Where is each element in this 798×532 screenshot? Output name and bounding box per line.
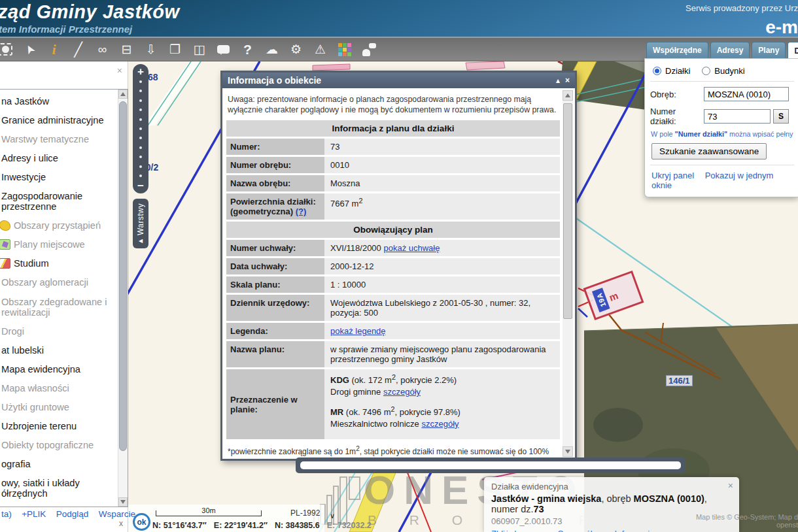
search-panel-body: Działki Budynki Obręb: MOSZNA (0010) Num… [644,58,798,197]
cursor-icon[interactable]: ➤ [18,40,42,59]
show-resolution-link[interactable]: pokaż uchwałę [383,243,440,253]
select-region-icon[interactable] [0,40,18,59]
feedback-icon[interactable] [356,40,381,59]
tab-plany[interactable]: Plany [752,42,786,58]
layer-item[interactable]: Obszary przystąpień [1,220,117,231]
site-title: ząd Gminy Jastków [0,1,180,23]
layer-item[interactable]: Mapa własności [1,383,117,393]
zoom-in-button[interactable]: + [137,66,144,77]
plik-link[interactable]: +PLIK [22,509,46,519]
horizontal-scrollbar[interactable] [296,457,685,473]
download-icon[interactable]: ⇩ [139,40,163,59]
layer-item[interactable]: Warstwy tematyczne [1,134,117,144]
layer-item[interactable]: Drogi [1,326,117,337]
details-link[interactable]: szczegóły [421,419,459,429]
print-icon[interactable]: ⊟ [114,40,139,59]
palette-icon[interactable] [332,40,356,59]
radio-budynki[interactable] [702,67,710,75]
tab-dzialki[interactable]: Działki [788,42,798,58]
layer-icon [0,239,10,250]
table-row: Powierzchnia działki: (geometryczna) (?)… [226,193,560,220]
tab-adresy[interactable]: Adresy [710,42,750,58]
layer-item[interactable]: Mapa ewidencyjna [1,364,117,374]
layout-icon[interactable]: ◫ [187,40,211,59]
scrollbar-track[interactable] [300,461,681,469]
close-icon[interactable]: × [728,480,733,491]
dialog-scrollbar[interactable] [563,90,573,457]
details-link[interactable]: szczegóły [383,387,421,397]
layer-item[interactable]: at lubelski [1,345,117,356]
sidebar-scrollbar[interactable] [118,90,128,507]
scroll-up-icon[interactable] [563,90,573,101]
layer-item[interactable]: ografia [1,459,117,469]
layer-item[interactable]: owy, siatki i układy ółrzędnych [1,478,117,499]
table-row: Skala planu: 1 : 10000 [226,276,560,293]
measure-icon[interactable]: ╱ [66,40,90,59]
scroll-down-icon[interactable] [563,446,573,457]
advanced-search-button[interactable]: Szukanie zaawansowane [651,143,767,159]
land-use-entry: MR (ok. 7496 m2, pokrycie 97.8%) Mieszka… [330,405,554,429]
details-link[interactable]: Szczegóły (I) [558,529,604,532]
plan-info-link[interactable]: Informacja z planu [615,529,680,532]
obreb-select[interactable]: MOSZNA (0010) [704,87,789,101]
dialog-title: Informacja o obiekcie [228,75,321,86]
scrollbar-thumb[interactable] [119,101,127,451]
show-legend-link[interactable]: pokaż legendę [330,326,386,336]
hide-panel-link[interactable]: Ukryj panel [651,171,694,180]
close-icon[interactable]: × [117,65,122,76]
layer-item[interactable]: Uzbrojenie terenu [1,421,117,431]
sidebar-resize-handle[interactable]: x [119,519,123,528]
settings-icon[interactable]: ⚙ [284,40,308,59]
comment-icon[interactable] [211,40,235,59]
collapse-icon[interactable]: ▴ [556,76,560,85]
footer-link[interactable]: ta) [1,509,12,519]
chevron-down-icon[interactable]: ∨ [330,512,335,520]
layer-item[interactable]: Obiekty topograficzne [1,440,117,450]
zoom-level-track[interactable] [139,77,142,180]
layer-item[interactable]: Granice administracyjne [1,115,117,125]
area-help-link[interactable]: (?) [296,207,307,216]
disclaimer-note: Uwaga: prezentowane informacje o planach… [228,94,559,115]
crs-selector[interactable]: PL-1992 [290,508,320,518]
layers-collapse-tab[interactable]: Warstwy ◀ [133,199,148,248]
object-info-dialog: Informacja o obiekcie ▴ × Uwaga: prezent… [220,71,577,461]
emapa-logo: e-m [765,17,798,38]
layer-item[interactable]: Zagospodarowanie przestrzenne [1,191,117,212]
scrollbar-thumb[interactable] [563,103,572,319]
scroll-up-icon[interactable] [118,90,128,99]
wsparcie-link[interactable]: Wsparcie [99,509,135,519]
layer-item[interactable]: na Jastków [1,96,117,107]
section-current-plan: Obowiązujący plan [226,222,560,238]
zoom-out-button[interactable]: − [137,180,144,191]
layer-item[interactable]: Użytki gruntowe [1,402,117,412]
zoom-control[interactable]: + − [133,64,148,193]
radio-dzialki[interactable] [653,67,661,75]
link-icon[interactable]: ∞ [90,40,114,59]
close-icon[interactable]: × [565,76,570,85]
help-icon[interactable]: ? [235,40,260,59]
layer-item[interactable]: Studium [1,258,117,269]
layer-item[interactable]: Obszary zdegradowane i rewitalizacji [1,297,117,318]
dialog-titlebar[interactable]: Informacja o obiekcie ▴ × [222,73,575,88]
warning-icon[interactable]: ⚠ [308,40,332,59]
search-button[interactable]: S [773,109,789,124]
layer-item[interactable]: Inwestycje [1,172,117,182]
scroll-down-icon[interactable] [118,497,128,507]
layer-item[interactable]: Obszary aglomeracji [1,277,117,288]
parcel-number-input[interactable] [704,109,771,124]
parcel-hint: W pole "Numer działki" można wpisać pełn… [651,130,794,138]
sidebar-footer-links: ta) +PLIK Podgląd Wsparcie [1,508,143,520]
layer-item[interactable]: Plany miejscowe [1,239,117,250]
parcel-label-68: 68 [148,72,158,82]
tab-wspolrzedne[interactable]: Współrzędne [646,42,708,58]
layer-item[interactable]: Adresy i ulice [1,153,117,163]
service-note: Serwis prowadzony przez Urz [685,3,798,13]
zoom-to-object-link[interactable]: Zbliż do obiektu [491,529,547,532]
map-statusbar: ok 30m PL-1992 ∨ N: 51°16′43.7″E: 22°19′… [128,505,324,532]
layer-tree-box: na Jastków Granice administracyjne Warst… [0,89,128,507]
copy-view-icon[interactable]: ❐ [163,40,187,59]
info-icon[interactable]: i [42,40,66,59]
cloud-icon[interactable]: ☁ [260,40,284,59]
layer-icon [0,220,10,231]
podglad-link[interactable]: Podgląd [56,509,89,519]
